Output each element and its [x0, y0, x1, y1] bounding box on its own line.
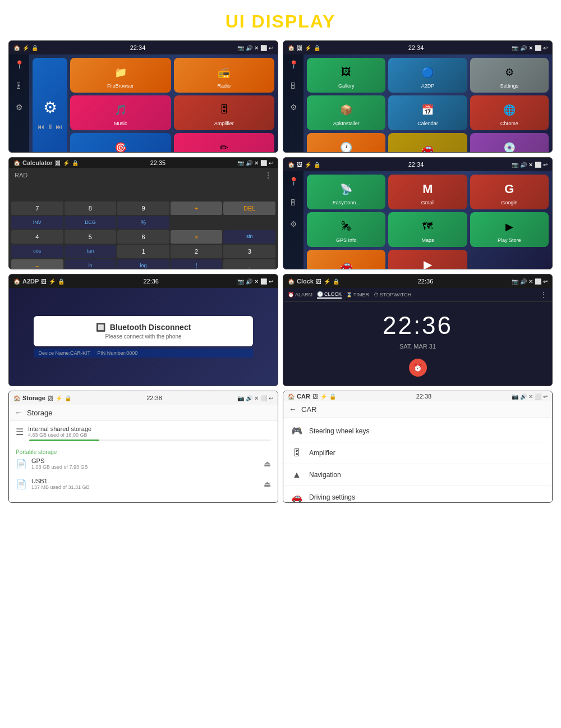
calc-btn-log[interactable]: log	[117, 259, 169, 269]
calc-btn-5[interactable]: 5	[65, 230, 117, 244]
calc-btn-8[interactable]: 8	[65, 202, 117, 215]
calc-btn-3[interactable]: 3	[223, 245, 275, 258]
app-tile-controlsett[interactable]: 🚗 Control sett.	[388, 133, 467, 153]
calc-btn-4[interactable]: 4	[11, 230, 63, 244]
car-menu-navigation[interactable]: ▲ Navigation	[283, 464, 552, 486]
sidebar-settings-2[interactable]: ⚙	[288, 102, 299, 113]
app-tile-vehicle[interactable]: 🚗 Vehicle	[307, 250, 385, 269]
app-tile-settings[interactable]: ⚙ Settings	[470, 58, 549, 93]
close-icon-2[interactable]: ✕	[528, 45, 533, 51]
sidebar-location-4[interactable]: 📍	[288, 176, 299, 187]
app-tile-maps[interactable]: 🗺 Maps	[388, 212, 467, 247]
back-icon-5[interactable]: ↩	[269, 278, 273, 285]
calc-menu-icon[interactable]: ⋮	[264, 171, 272, 180]
tab-stopwatch[interactable]: ⏱ STOPWATCH	[374, 292, 411, 297]
window-icon-1[interactable]: ⬜	[260, 45, 267, 51]
calc-btn-deg[interactable]: DEG	[65, 216, 117, 229]
sidebar-location-2[interactable]: 📍	[288, 59, 299, 70]
back-icon-2[interactable]: ↩	[543, 45, 548, 51]
car-menu-amplifier[interactable]: 🎛 Amplifier	[283, 442, 552, 464]
calc-btn-7[interactable]: 7	[11, 202, 63, 215]
back-icon-6[interactable]: ↩	[543, 278, 548, 285]
app-tile-avin[interactable]: ✏ AVIN	[174, 133, 275, 153]
clock-menu-icon[interactable]: ⋮	[540, 290, 548, 299]
calc-btn-inv[interactable]: INV	[11, 216, 63, 229]
calc-btn-fact[interactable]: !	[171, 259, 223, 269]
car-back-btn[interactable]: ←	[289, 405, 297, 414]
close-icon-6[interactable]: ✕	[528, 278, 533, 285]
window-icon-5[interactable]: ⬜	[260, 278, 267, 285]
back-icon-1[interactable]: ↩	[269, 45, 273, 51]
home-icon-1[interactable]: 🏠	[13, 45, 20, 51]
app-tile-easyconn[interactable]: 📡 EasyConn...	[307, 175, 385, 209]
home-icon-4[interactable]: 🏠	[288, 162, 295, 168]
calc-btn-2[interactable]: 2	[171, 245, 223, 258]
window-icon-6[interactable]: ⬜	[535, 278, 541, 285]
app-tile-calendar[interactable]: 📅 Calendar	[388, 95, 467, 130]
calc-btn-del[interactable]: DEL	[223, 202, 275, 215]
window-icon-4[interactable]: ⬜	[535, 162, 541, 168]
calc-btn-6[interactable]: 6	[117, 230, 169, 244]
sidebar-sliders-1[interactable]: 🎚	[13, 80, 25, 91]
calc-btn-1[interactable]: 1	[117, 245, 169, 258]
window-icon-8[interactable]: ⬜	[535, 393, 541, 400]
sidebar-sliders-4[interactable]: 🎚	[288, 197, 299, 208]
app-tile-bluetooth[interactable]: ⚙ ⏮ ⏸ ⏭	[33, 58, 67, 153]
calc-btn-sin[interactable]: sin	[223, 230, 275, 244]
car-menu-driving[interactable]: 🚗 Driving settings	[283, 486, 552, 503]
app-tile-apkinstaller[interactable]: 📦 ApkInstaller	[307, 95, 385, 130]
app-tile-a2dp[interactable]: 🔵 A2DP	[388, 58, 467, 93]
back-icon-8[interactable]: ↩	[543, 393, 548, 400]
sidebar-location-1[interactable]: 📍	[13, 59, 25, 70]
calc-btn-mul[interactable]: ×	[171, 230, 223, 244]
window-icon-3[interactable]: ⬜	[260, 160, 267, 166]
back-icon-3[interactable]: ↩	[269, 160, 273, 166]
home-icon-6[interactable]: 🏠	[288, 278, 295, 285]
app-tile-playstore[interactable]: ▶ Play Store	[470, 212, 549, 247]
sidebar-settings-4[interactable]: ⚙	[288, 218, 299, 230]
window-icon-2[interactable]: ⬜	[535, 45, 541, 51]
window-icon-7[interactable]: ⬜	[260, 395, 267, 401]
calc-btn-dot[interactable]: .	[223, 259, 275, 269]
close-icon-1[interactable]: ✕	[254, 45, 259, 51]
close-icon-8[interactable]: ✕	[528, 393, 533, 400]
clock-fab-button[interactable]: ⏰	[409, 359, 427, 377]
app-tile-gmail[interactable]: M Gmail	[388, 175, 467, 209]
calc-btn-pct[interactable]: %	[117, 216, 169, 229]
app-tile-radio[interactable]: 📻 Radio	[174, 58, 275, 93]
calc-btn-9[interactable]: 9	[117, 202, 169, 215]
calc-btn-div[interactable]: ÷	[171, 202, 223, 215]
calc-btn-sub[interactable]: −	[11, 259, 63, 269]
app-tile-gallery[interactable]: 🖼 Gallery	[307, 58, 385, 93]
calc-btn-ln[interactable]: ln	[65, 259, 117, 269]
storage-back-btn[interactable]: ←	[15, 408, 22, 417]
app-tile-clock[interactable]: 🕐 Clock	[307, 133, 385, 153]
tab-clock[interactable]: 🕐 CLOCK	[317, 291, 342, 299]
home-icon-7[interactable]: 🏠	[13, 395, 20, 401]
sidebar-settings-1[interactable]: ⚙	[13, 102, 25, 113]
app-tile-music[interactable]: 🎵 Music	[70, 95, 171, 130]
close-icon-4[interactable]: ✕	[528, 162, 533, 168]
app-tile-filebrowser[interactable]: 📁 FileBrowser	[70, 58, 171, 93]
app-tile-amplifier[interactable]: 🎛 Amplifier	[174, 95, 275, 130]
gps-eject-btn[interactable]: ⏏	[264, 459, 271, 468]
app-tile-wheelkey[interactable]: 🎯 Wheelkey S.	[70, 133, 171, 153]
home-icon-8[interactable]: 🏠	[288, 393, 295, 400]
back-icon-4[interactable]: ↩	[543, 162, 548, 168]
usb1-eject-btn[interactable]: ⏏	[264, 479, 271, 488]
tab-alarm[interactable]: ⏰ ALARM	[288, 292, 312, 297]
back-icon-7[interactable]: ↩	[269, 395, 273, 401]
app-tile-chrome[interactable]: 🌐 Chrome	[470, 95, 549, 130]
app-tile-youtube[interactable]: ▶ YouTube	[388, 250, 467, 269]
sidebar-sliders-2[interactable]: 🎚	[288, 80, 299, 91]
close-icon-3[interactable]: ✕	[254, 160, 259, 166]
home-icon-3[interactable]: 🏠	[13, 160, 20, 166]
close-icon-5[interactable]: ✕	[254, 278, 259, 285]
home-icon-2[interactable]: 🏠	[288, 45, 295, 51]
home-icon-5[interactable]: 🏠	[13, 278, 20, 285]
close-icon-7[interactable]: ✕	[254, 395, 259, 401]
tab-timer[interactable]: ⌛ TIMER	[346, 292, 369, 297]
calc-btn-cos[interactable]: cos	[11, 245, 63, 258]
app-tile-google[interactable]: G Google	[470, 175, 549, 209]
app-tile-gpsinfo[interactable]: 🛰 GPS Info	[307, 212, 385, 247]
